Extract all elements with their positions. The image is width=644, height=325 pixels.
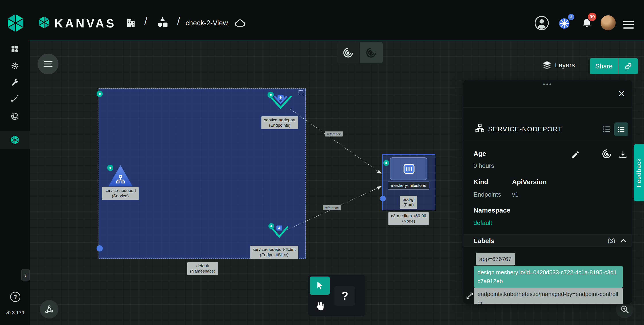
apiversion-label: ApiVersion xyxy=(512,178,547,186)
sidebar-item-dashboard[interactable] xyxy=(10,44,19,53)
endpointslice-label: service-nodeport-8c5nt(EndpointSlice) xyxy=(250,246,298,259)
dashboard-icon xyxy=(10,44,19,53)
cyclone-icon xyxy=(342,47,354,58)
feedback-tab[interactable]: Feedback xyxy=(634,144,644,201)
hand-icon xyxy=(314,301,325,312)
header-menu-button[interactable] xyxy=(623,18,634,31)
endpoints-status-badge xyxy=(268,92,274,98)
zoom-in-icon xyxy=(620,304,630,314)
sidebar-item-connections[interactable] xyxy=(11,94,19,102)
menu-icon xyxy=(44,59,52,69)
account-icon[interactable] xyxy=(534,16,549,30)
curve-pen-icon xyxy=(11,94,19,102)
kind-label: Kind xyxy=(474,178,488,186)
pod-label: pod-gf(Pod) xyxy=(400,196,417,209)
feedback-label: Feedback xyxy=(635,158,642,187)
download-icon[interactable] xyxy=(618,150,628,159)
share-button[interactable]: Share xyxy=(590,58,618,74)
cluster-count-badge: 3 xyxy=(568,13,575,21)
sidebar-item-toolbox[interactable] xyxy=(10,78,19,87)
sidebar-item-meshery-active[interactable] xyxy=(0,131,30,149)
endpoints-label: service-nodeport(Endpoints) xyxy=(261,116,298,129)
designs-views-icon[interactable] xyxy=(156,16,169,28)
visualize-icon xyxy=(366,47,377,58)
label-chip: app=676767 xyxy=(476,252,515,266)
panel-title: SERVICE-NODEPORT xyxy=(488,125,562,133)
sidebar-item-mesh[interactable] xyxy=(10,112,19,121)
help-button[interactable]: ? xyxy=(10,292,20,302)
share-split-button: Share xyxy=(590,58,638,74)
cloud-sync-icon xyxy=(234,18,246,28)
breadcrumb-separator: / xyxy=(144,15,147,27)
cursor-icon xyxy=(315,281,325,290)
minimap-button[interactable] xyxy=(40,300,58,318)
notification-count-badge: 39 xyxy=(587,12,597,22)
collapse-chevron-icon[interactable] xyxy=(619,237,627,245)
kanvas-app: default(Namespace) reference reference s… xyxy=(0,0,644,325)
sidebar-item-settings[interactable] xyxy=(10,61,19,70)
design-mode-button[interactable] xyxy=(337,42,359,63)
apiversion-value: v1 xyxy=(512,191,519,198)
pod-status-badge xyxy=(383,160,389,166)
node-selection-badge xyxy=(380,196,386,202)
labels-section-header[interactable]: Labels (3) xyxy=(463,234,632,247)
app-header: KANVAS / / check-2-View 3 39 xyxy=(0,0,644,41)
namespace-resize-handle[interactable] xyxy=(298,90,304,95)
service-label: service-nodeport(Service) xyxy=(102,187,139,200)
organization-icon[interactable] xyxy=(125,17,136,28)
breadcrumb-view-name[interactable]: check-2-View xyxy=(186,19,228,27)
product-name[interactable]: KANVAS xyxy=(54,16,116,30)
meshery-icon xyxy=(10,135,20,145)
layers-label: Layers xyxy=(555,61,575,69)
graph-icon xyxy=(44,304,54,314)
namespace-value[interactable]: default xyxy=(474,220,492,226)
wrench-icon xyxy=(10,78,19,87)
namespace-status-badge xyxy=(96,91,103,97)
labels-count: (3) xyxy=(608,237,615,244)
labels-label: Labels xyxy=(474,237,494,245)
select-tool-button[interactable] xyxy=(310,276,330,295)
chevron-right-icon: › xyxy=(24,272,26,279)
sync-icon[interactable] xyxy=(602,148,612,159)
copy-link-button[interactable] xyxy=(618,58,638,74)
meshery-logo[interactable] xyxy=(5,13,26,33)
age-label: Age xyxy=(474,150,486,158)
namespace-label: Namespace xyxy=(474,206,510,214)
sidebar-expand-button[interactable]: › xyxy=(21,269,30,281)
help-tool-button[interactable]: ? xyxy=(334,286,355,306)
endpointslice-status-badge xyxy=(268,223,274,229)
settings-gear-icon xyxy=(10,61,19,70)
edge-label: reference xyxy=(325,132,343,136)
label-chip: design.meshery.io/id=0420d533-c722-4c1a-… xyxy=(474,266,623,288)
edge-label: reference xyxy=(323,205,340,210)
edit-icon[interactable] xyxy=(571,150,580,159)
header-accent-line xyxy=(30,40,644,41)
sitemap-icon xyxy=(116,175,125,184)
expand-panel-icon[interactable] xyxy=(466,292,474,300)
user-avatar[interactable] xyxy=(600,15,616,30)
service-status-badge xyxy=(107,165,114,171)
panel-divider xyxy=(463,107,632,108)
close-panel-button[interactable]: ✕ xyxy=(618,89,626,98)
namespace-selection-badge xyxy=(96,245,103,252)
pod-tile[interactable] xyxy=(390,158,427,180)
panel-divider xyxy=(463,141,632,141)
kanvas-logo-icon[interactable] xyxy=(37,16,51,29)
left-sidebar: › ? v0.8.179 xyxy=(0,41,30,325)
operate-mode-button[interactable] xyxy=(360,42,383,63)
pod-icon xyxy=(402,162,416,176)
panel-drag-handle[interactable]: ••• xyxy=(463,81,632,88)
wireframe-sphere-icon xyxy=(10,112,19,121)
link-icon xyxy=(624,62,632,70)
list-view-icon xyxy=(617,125,626,134)
layers-icon xyxy=(542,60,552,70)
layers-button[interactable]: Layers xyxy=(542,60,575,70)
label-chip: endpoints.kubernetes.io/managed-by=endpo… xyxy=(474,288,623,304)
pan-tool-button[interactable] xyxy=(310,297,330,316)
resource-kind-icon xyxy=(475,124,485,133)
detail-view-icon[interactable] xyxy=(602,125,611,134)
pod-container-label: meshery-milestone xyxy=(388,182,430,190)
list-view-toggle[interactable] xyxy=(614,122,628,136)
breadcrumb-separator: / xyxy=(177,15,180,27)
canvas-menu-button[interactable] xyxy=(38,54,58,74)
